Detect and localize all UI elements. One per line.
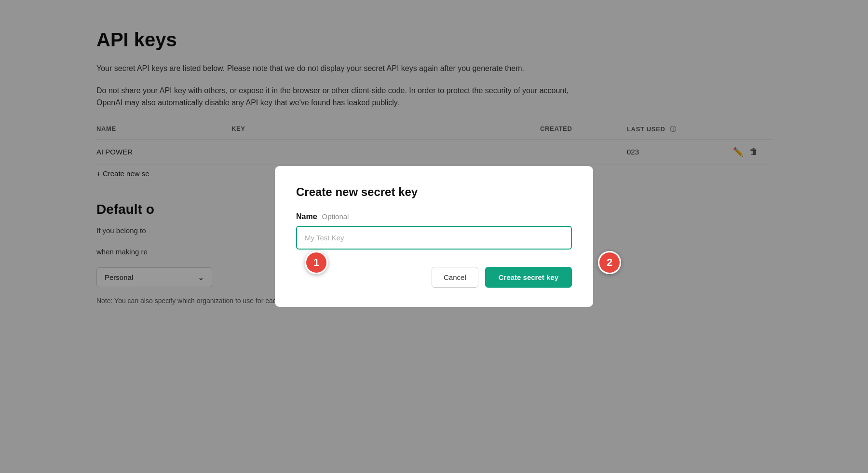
key-name-input[interactable] bbox=[296, 226, 572, 250]
create-secret-key-button[interactable]: Create secret key bbox=[485, 267, 572, 288]
modal-title: Create new secret key bbox=[296, 185, 572, 199]
modal-overlay: Create new secret key Name Optional Canc… bbox=[0, 0, 868, 473]
name-field-label: Name bbox=[296, 212, 317, 221]
field-label-row: Name Optional bbox=[296, 212, 572, 221]
annotation-badge-1: 1 bbox=[305, 251, 328, 274]
modal-actions: Cancel Create secret key bbox=[296, 267, 572, 288]
create-key-modal: Create new secret key Name Optional Canc… bbox=[275, 166, 593, 307]
cancel-button[interactable]: Cancel bbox=[432, 267, 478, 288]
optional-label: Optional bbox=[322, 212, 349, 221]
annotation-badge-2: 2 bbox=[598, 251, 621, 274]
